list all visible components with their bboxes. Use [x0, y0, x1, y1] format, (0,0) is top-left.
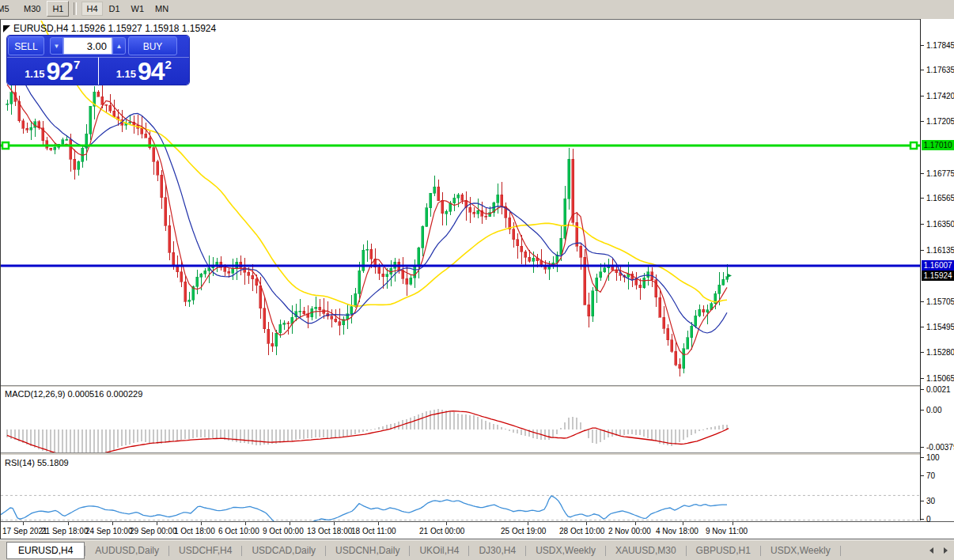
time-tick: [290, 522, 290, 525]
time-label: 18 Oct 11:00: [351, 527, 396, 535]
time-tick: [112, 522, 113, 525]
toolbar-separator: [74, 2, 77, 15]
timeframe-button-h1[interactable]: H1: [47, 1, 69, 17]
chart-tab[interactable]: DJ30,H4: [469, 542, 525, 559]
scale-tick: [921, 410, 924, 411]
scale-tick: [921, 327, 924, 327]
timeframe-button-m5[interactable]: M5: [0, 2, 17, 16]
sell-price-pip: 7: [74, 58, 80, 71]
time-label: 29 Sep 00:00: [130, 527, 177, 535]
sell-price-button[interactable]: 1.15 92 7: [7, 57, 99, 85]
rsi-label: RSI(14) 55.1809: [5, 458, 69, 467]
green-line-price-label: 1.17010: [922, 140, 954, 150]
price-tick-label: 1.15705: [926, 297, 954, 306]
price-tick-label: 1.15280: [926, 348, 954, 357]
rsi-scale-label: 100: [926, 453, 940, 462]
time-label: 4 Nov 18:00: [656, 527, 698, 535]
time-tick: [245, 522, 246, 525]
time-tick: [733, 522, 733, 525]
buy-button[interactable]: BUY: [128, 36, 177, 55]
macd-scale-label: -0.00379: [926, 443, 954, 452]
chart-header: EURUSD,H4 1.15926 1.15927 1.15918 1.1592…: [3, 23, 216, 34]
chart-ohlc-values: 1.15926 1.15927 1.15918 1.15924: [71, 23, 217, 34]
rsi-scale-label: 0: [926, 515, 931, 524]
tab-scroll-right-icon[interactable]: [944, 547, 948, 554]
scale-tick: [921, 378, 924, 379]
time-label: 1 Oct 18:00: [174, 527, 215, 535]
chart-tab[interactable]: XAUUSD,M30: [606, 542, 686, 559]
time-label: 2 Nov 00:00: [608, 527, 651, 535]
time-label: 9 Oct 00:00: [263, 527, 304, 535]
volume-increase-button[interactable]: ▲: [112, 37, 126, 55]
macd-scale-label: 0.0021: [926, 385, 951, 394]
buy-price-pip: 2: [165, 58, 172, 71]
price-tick-label: 1.15065: [926, 374, 954, 383]
scale-tick: [921, 70, 924, 70]
timeframe-button-d1[interactable]: D1: [104, 2, 125, 16]
scale-tick: [921, 457, 924, 458]
sell-button[interactable]: SELL: [8, 36, 44, 55]
time-label: 13 Oct 18:00: [307, 527, 352, 535]
chart-tab[interactable]: GBPUSD,H1: [687, 542, 760, 559]
time-label: 6 Oct 10:00: [218, 527, 259, 535]
time-tick: [68, 522, 69, 525]
chart-window: EURUSD,H4 1.15926 1.15927 1.15918 1.1592…: [0, 19, 954, 540]
time-label: 25 Oct 19:00: [501, 527, 546, 535]
scale-tick: [921, 447, 924, 448]
sell-price-big: 92: [46, 60, 73, 82]
mt4-application: M5M30H1H4D1W1MN EURUSD,H4 1.15926 1.1592…: [0, 0, 954, 560]
price-tick-label: 1.15495: [926, 323, 954, 331]
chart-tab[interactable]: USDCHF,H4: [169, 542, 241, 559]
time-label: 28 Oct 10:00: [559, 527, 604, 535]
scale-tick: [921, 224, 924, 225]
scale-tick: [921, 198, 924, 199]
chart-tab[interactable]: USDCNH,Daily: [326, 542, 409, 559]
price-tick-label: 1.16565: [926, 194, 954, 202]
chart-tab[interactable]: USDX,Weekly: [761, 542, 840, 559]
rsi-chart[interactable]: [1, 456, 921, 521]
price-tick-label: 1.17420: [926, 92, 954, 100]
time-label: 24 Sep 10:00: [85, 527, 133, 535]
buy-price-big: 94: [138, 60, 165, 82]
scale-tick: [921, 301, 924, 302]
price-scale: 1.178451.176351.174201.172051.167751.165…: [920, 19, 954, 520]
timeframe-button-w1[interactable]: W1: [127, 2, 150, 16]
time-tick: [23, 522, 24, 525]
hline-handle-left: [2, 142, 9, 149]
price-tick-label: 1.16775: [926, 169, 954, 178]
time-tick: [446, 522, 447, 525]
macd-label: MACD(12,26,9) 0.000516 0.000229: [5, 389, 142, 399]
scale-tick: [921, 96, 924, 96]
buy-price-button[interactable]: 1.15 94 2: [99, 57, 190, 85]
time-label: 9 Nov 11:00: [706, 527, 748, 535]
chart-marker-icon: [3, 25, 10, 32]
scale-tick: [921, 250, 924, 251]
price-tick-label: 1.16135: [926, 246, 954, 255]
scale-tick: [921, 519, 924, 520]
timeframe-button-mn[interactable]: MN: [150, 2, 173, 16]
scale-tick: [921, 121, 924, 122]
time-tick: [201, 522, 202, 525]
scale-tick: [921, 389, 924, 390]
price-tick-label: 1.17205: [926, 117, 954, 126]
volume-decrease-button[interactable]: ▼: [50, 37, 63, 55]
price-tick-label: 1.16350: [926, 220, 954, 229]
chart-tab[interactable]: AUDUSD,Daily: [85, 542, 168, 559]
chart-symbol-period: EURUSD,H4: [13, 23, 68, 34]
rsi-scale-label: 30: [926, 497, 935, 505]
volume-input[interactable]: [63, 37, 112, 55]
rsi-scale-label: 70: [926, 471, 935, 480]
time-tick: [334, 522, 335, 525]
chart-tab[interactable]: USDX,Weekly: [526, 542, 605, 559]
timeframe-toolbar: M5M30H1H4D1W1MN: [0, 0, 954, 17]
price-tick-label: 1.17845: [926, 41, 954, 50]
scale-tick: [921, 45, 924, 46]
chart-tab[interactable]: USDCAD,Daily: [242, 542, 325, 559]
chart-tab-active[interactable]: EURUSD,H4: [6, 542, 85, 559]
tab-scroll-left-icon[interactable]: [929, 547, 933, 554]
timeframe-button-m30[interactable]: M30: [19, 2, 45, 16]
time-tick: [378, 522, 379, 525]
timeframe-button-h4[interactable]: H4: [81, 2, 102, 16]
chart-tab[interactable]: UKOil,H4: [410, 542, 468, 559]
scale-tick: [921, 352, 924, 353]
